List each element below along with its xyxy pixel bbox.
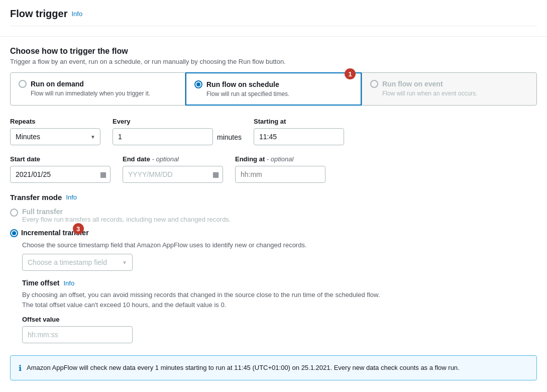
starting-at-label: Starting at [254, 118, 344, 125]
radio-incremental [10, 229, 18, 237]
start-date-calendar-icon[interactable]: ▦ [100, 170, 106, 178]
every-row: minutes [113, 128, 242, 145]
trigger-option-on-event[interactable]: Run flow on event Flow will run when an … [362, 72, 537, 106]
transfer-mode-header: Transfer mode Info [10, 193, 537, 202]
incremental-transfer-option: Incremental transfer 3 [10, 228, 89, 239]
end-date-wrapper: ▦ [123, 166, 223, 183]
full-transfer-content: Full transfer Every flow run transfers a… [22, 208, 231, 223]
trigger-options: Run on demand Flow will run immediately … [10, 72, 537, 106]
trigger-on-schedule-title: Run flow on schedule [206, 80, 279, 88]
schedule-section: Repeats Minutes Hours Days Weeks Months … [10, 118, 537, 183]
trigger-on-event-desc: Flow will run when an event occurs. [382, 90, 528, 97]
transfer-mode-title: Transfer mode [10, 193, 62, 202]
radio-on-demand [19, 80, 27, 88]
timestamp-chevron-icon: ▼ [122, 260, 127, 265]
info-banner-icon: ℹ [19, 363, 22, 373]
info-banner: ℹ Amazon AppFlow will check new data eve… [10, 355, 537, 380]
end-date-calendar-icon[interactable]: ▦ [212, 170, 219, 178]
time-offset-desc: By choosing an offset, you can avoid mis… [22, 290, 537, 310]
radio-on-event [370, 80, 378, 88]
minutes-label: minutes [217, 132, 242, 141]
offset-input[interactable] [22, 326, 133, 343]
repeats-select[interactable]: Minutes Hours Days Weeks Months [10, 128, 100, 145]
incremental-badge: 3 [73, 223, 84, 234]
incremental-desc: Choose the source timestamp field that A… [22, 241, 537, 249]
radio-on-schedule [194, 80, 202, 88]
schedule-row-2: Start date ▦ End date - optional ▦ [10, 155, 537, 183]
repeats-label: Repeats [10, 118, 100, 125]
trigger-section-desc: Trigger a flow by an event, run on a sch… [10, 58, 537, 65]
trigger-on-schedule-desc: Flow will run at specified times. [206, 90, 353, 97]
start-date-input[interactable] [10, 166, 111, 183]
trigger-option-on-schedule[interactable]: 1 Run flow on schedule Flow will run at … [185, 72, 362, 106]
header-info-link[interactable]: Info [71, 10, 82, 18]
trigger-on-demand-desc: Flow will run immediately when you trigg… [31, 90, 177, 97]
start-date-group: Start date ▦ [10, 155, 111, 183]
repeats-select-wrapper[interactable]: Minutes Hours Days Weeks Months [10, 128, 100, 145]
full-transfer-option[interactable]: Full transfer Every flow run transfers a… [10, 208, 537, 223]
starting-at-input[interactable] [254, 128, 344, 145]
full-transfer-desc: Every flow run transfers all records, in… [22, 216, 231, 223]
every-label: Every [113, 118, 242, 125]
timestamp-select: Choose a timestamp field ▼ [22, 254, 537, 271]
time-offset-title: Time offset [22, 279, 59, 287]
end-date-group: End date - optional ▦ [123, 155, 223, 183]
page-title: Flow trigger [10, 8, 67, 20]
start-date-label: Start date [10, 155, 111, 163]
transfer-mode-info-link[interactable]: Info [66, 193, 77, 201]
full-transfer-title: Full transfer [22, 208, 231, 216]
ending-at-label: Ending at - optional [235, 155, 325, 163]
end-date-input[interactable] [123, 166, 223, 183]
start-date-wrapper: ▦ [10, 166, 111, 183]
trigger-option-on-demand[interactable]: Run on demand Flow will run immediately … [10, 72, 185, 106]
incremental-row: Incremental transfer 3 [10, 228, 89, 237]
page-header: Flow trigger Info [10, 8, 537, 26]
ending-at-input[interactable] [235, 166, 325, 183]
timestamp-select-button[interactable]: Choose a timestamp field ▼ [22, 254, 133, 271]
header-divider [0, 36, 547, 37]
ending-at-group: Ending at - optional [235, 155, 325, 183]
offset-label: Offset value [22, 316, 537, 323]
every-group: Every minutes [113, 118, 242, 145]
starting-at-group: Starting at [254, 118, 344, 145]
trigger-section-title: Choose how to trigger the flow [10, 47, 537, 56]
time-offset-section: Time offset Info By choosing an offset, … [22, 279, 537, 343]
timestamp-select-label: Choose a timestamp field [28, 258, 107, 266]
info-banner-text: Amazon AppFlow will check new data every… [27, 363, 460, 373]
trigger-on-demand-title: Run on demand [31, 80, 84, 88]
radio-full-transfer [10, 209, 18, 217]
trigger-section: Choose how to trigger the flow Trigger a… [10, 47, 537, 106]
repeats-group: Repeats Minutes Hours Days Weeks Months [10, 118, 100, 145]
time-offset-header: Time offset Info [22, 279, 537, 287]
schedule-row-1: Repeats Minutes Hours Days Weeks Months … [10, 118, 537, 145]
time-offset-info-link[interactable]: Info [63, 279, 74, 287]
page-container: Flow trigger Info Choose how to trigger … [0, 0, 547, 388]
schedule-badge: 1 [345, 68, 356, 79]
trigger-on-event-title: Run flow on event [382, 80, 443, 88]
every-input[interactable] [113, 128, 213, 145]
end-date-label: End date - optional [123, 155, 223, 163]
transfer-mode-section: Transfer mode Info Full transfer Every f… [10, 193, 537, 343]
